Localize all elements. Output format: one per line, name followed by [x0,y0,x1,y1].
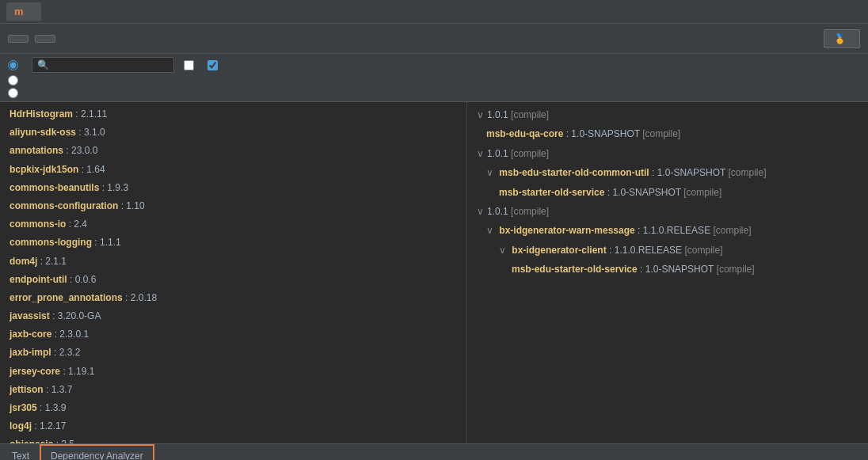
dep-version: : 3.1.0 [76,127,105,138]
bottom-tab-text[interactable]: Text [2,444,40,460]
list-item[interactable]: jsr305 : 1.3.9 [0,399,466,417]
bottom-bar: TextDependency Analyzer [0,443,868,460]
tree-item[interactable]: ∨ bx-idgenerator-warn-message : 1.1.0.RE… [467,221,868,240]
all-deps-list-radio[interactable] [8,75,18,86]
tree-version: : 1.0-SNAPSHOT [566,128,640,139]
main-content: HdrHistogram : 2.1.11aliyun-sdk-oss : 3.… [0,102,868,443]
tree-name: msb-edu-starter-old-common-util [499,167,649,178]
dep-version: : 0.0.6 [67,274,97,285]
search-box[interactable]: 🔍 [32,57,174,73]
list-item[interactable]: log4j : 1.2.17 [0,417,466,435]
list-item[interactable]: jersey-core : 1.19.1 [0,363,466,381]
dep-version: : 2.3.0.1 [51,329,89,340]
options-row-2 [8,75,860,86]
list-item[interactable]: jaxb-impl : 2.3.2 [0,344,466,362]
tree-version-row[interactable]: ∨1.0.1 [compile] [467,202,868,221]
bottom-tab-dependency-analyzer[interactable]: Dependency Analyzer [40,444,154,460]
tree-version: 1.0.1 [487,109,508,120]
tree-name: msb-starter-old-service [499,187,604,198]
list-item[interactable]: javassist : 3.20.0-GA [0,307,466,325]
tree-name: msb-edu-qa-core [486,128,563,139]
dep-version: : 1.9.3 [99,182,128,193]
list-item[interactable]: commons-io : 2.4 [0,215,466,234]
tree-scope: [compile] [511,109,549,120]
list-item[interactable]: annotations : 23.0.0 [0,142,466,160]
tree-name: bx-idgenerator-client [512,245,606,256]
show-size-label[interactable] [207,60,222,70]
show-size-checkbox[interactable] [207,60,218,70]
search-input[interactable] [52,59,169,70]
dep-name: javassist [10,310,50,321]
dep-version: : 1.10 [118,200,144,211]
dep-name: commons-logging [10,237,92,248]
left-panel: HdrHistogram : 2.1.11aliyun-sdk-oss : 3.… [0,102,467,443]
tree-scope: [compile] [511,206,549,217]
tree-item[interactable]: msb-starter-old-service : 1.0-SNAPSHOT [… [467,183,868,202]
dep-version: : 3.20.0-GA [50,310,101,321]
dep-name: jaxb-impl [10,347,51,358]
tree-version: : 1.0-SNAPSHOT [607,187,681,198]
dep-name: commons-io [10,219,66,230]
list-item[interactable]: commons-logging : 1.1.1 [0,234,466,252]
list-item[interactable]: bcpkix-jdk15on : 1.64 [0,161,466,179]
tree-scope: [compile] [683,187,721,198]
file-tab[interactable]: m [6,2,41,21]
tree-toggle: ∨ [477,206,484,217]
tree-item[interactable]: ∨ bx-idgenerator-client : 1.1.0.RELEASE … [467,241,868,260]
list-item[interactable]: error_prone_annotations : 2.0.18 [0,289,466,307]
conflicts-radio-label[interactable] [8,60,22,70]
reimport-button[interactable] [35,35,55,43]
dep-version: : 1.64 [78,164,105,175]
tree-toggle: ∨ [499,245,506,256]
conflicts-radio[interactable] [8,60,18,70]
all-deps-tree-radio[interactable] [8,88,18,98]
tree-toggle: ∨ [477,109,484,120]
options-bar: 🔍 [0,54,868,102]
list-item[interactable]: commons-beanutils : 1.9.3 [0,179,466,197]
tree-scope: [compile] [717,264,755,275]
all-deps-list-radio-label[interactable] [8,75,22,86]
dep-name: log4j [10,420,32,431]
list-item[interactable]: objenesis : 2.5 [0,435,466,443]
dep-version: : 1.2.17 [32,420,66,431]
maven-icon: m [14,6,24,17]
options-row-3 [8,88,860,98]
show-groupid-label[interactable] [184,60,198,70]
list-item[interactable]: jaxb-core : 2.3.0.1 [0,325,466,344]
tree-scope: [compile] [511,148,549,159]
tree-version-row[interactable]: ∨1.0.1 [compile] [467,144,868,163]
list-item[interactable]: jettison : 1.3.7 [0,381,466,399]
tree-scope: [compile] [729,167,767,178]
show-groupid-checkbox[interactable] [184,60,194,70]
dep-name: error_prone_annotations [10,292,123,303]
dep-version: : 2.0.18 [123,292,157,303]
title-bar: m [0,0,868,24]
all-deps-tree-radio-label[interactable] [8,88,22,98]
dep-version: : 2.5 [53,439,74,443]
list-item[interactable]: commons-configuration : 1.10 [0,197,466,215]
donate-button[interactable]: 🏅 [824,29,860,48]
tree-scope: [compile] [713,225,751,236]
refresh-ui-button[interactable] [8,35,29,43]
list-item[interactable]: aliyun-sdk-oss : 3.1.0 [0,124,466,142]
tree-item[interactable]: msb-edu-starter-old-service : 1.0-SNAPSH… [467,260,868,279]
tree-version: : 1.0-SNAPSHOT [652,167,725,178]
dep-version: : 1.1.1 [92,237,121,248]
dep-version: : 1.19.1 [60,366,94,377]
dep-version: : 2.1.1 [37,256,67,267]
tree-item[interactable]: msb-edu-qa-core : 1.0-SNAPSHOT [compile] [467,124,868,143]
dep-name: commons-beanutils [10,182,99,193]
tree-scope: [compile] [684,245,722,256]
list-item[interactable]: endpoint-util : 0.0.6 [0,271,466,289]
dep-version: : 23.0.0 [63,145,97,156]
tree-version-row[interactable]: ∨1.0.1 [compile] [467,105,868,124]
dep-name: HdrHistogram [10,108,73,120]
dep-version: : 2.4 [66,219,87,230]
donate-icon: 🏅 [834,33,846,44]
dep-name: jaxb-core [10,329,51,340]
dep-version: : 1.3.7 [44,384,73,395]
list-item[interactable]: dom4j : 2.1.1 [0,253,466,271]
tree-item[interactable]: ∨ msb-edu-starter-old-common-util : 1.0-… [467,163,868,182]
dep-version: : 2.3.2 [51,347,81,358]
list-item[interactable]: HdrHistogram : 2.1.11 [0,105,466,124]
